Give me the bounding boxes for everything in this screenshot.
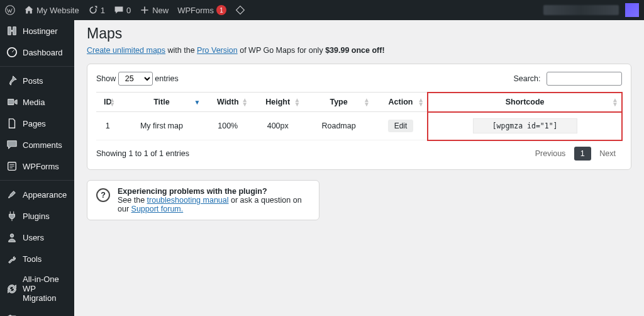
sidebar-item-users[interactable]: Users bbox=[0, 227, 74, 248]
pager-next-button[interactable]: Next bbox=[593, 147, 622, 161]
cell-width: 100% bbox=[204, 112, 252, 140]
admin-bar: My Website 1 0 New WPForms 1 bbox=[0, 0, 644, 20]
sidebar-item-media[interactable]: Media bbox=[0, 91, 74, 113]
wrench-icon bbox=[6, 253, 18, 264]
cell-height: 400px bbox=[252, 112, 304, 140]
wordpress-icon bbox=[5, 5, 15, 15]
col-height[interactable]: Height▲▼ bbox=[252, 93, 304, 112]
brush-icon bbox=[6, 189, 18, 200]
search-control: Search: bbox=[513, 72, 622, 86]
updates-count: 1 bbox=[101, 6, 105, 15]
pager-page-1-button[interactable]: 1 bbox=[574, 147, 591, 161]
table-info: Showing 1 to 1 of 1 entries bbox=[96, 149, 189, 158]
shortcode-value[interactable]: [wpgmza id="1"] bbox=[473, 118, 577, 133]
updates-menu[interactable]: 1 bbox=[88, 5, 105, 15]
wpforms-diamond[interactable] bbox=[235, 5, 245, 15]
page-icon bbox=[6, 118, 18, 129]
help-title: Experiencing problems with the plugin? bbox=[118, 187, 267, 196]
sidebar-item-pages[interactable]: Pages bbox=[0, 113, 74, 134]
sidebar-item-label: All-in-One WP Migration bbox=[23, 274, 68, 303]
comment-icon bbox=[6, 139, 18, 150]
new-label: New bbox=[152, 6, 169, 15]
svg-point-3 bbox=[10, 234, 13, 237]
wpforms-menu[interactable]: WPForms 1 bbox=[177, 5, 226, 15]
sidebar-item-label: Settings bbox=[23, 314, 52, 317]
help-support-forum-link[interactable]: Support forum. bbox=[131, 205, 184, 213]
cell-title: My first map bbox=[119, 112, 204, 140]
cell-type: Roadmap bbox=[304, 112, 373, 140]
promo-pro-link[interactable]: Pro Version bbox=[197, 46, 238, 55]
site-name: My Website bbox=[36, 6, 79, 15]
edit-button[interactable]: Edit bbox=[388, 120, 414, 132]
comment-icon bbox=[114, 5, 124, 15]
plug-icon bbox=[6, 210, 18, 222]
help-troubleshooting-link[interactable]: troubleshooting manual bbox=[147, 196, 229, 205]
pager-previous-button[interactable]: Previous bbox=[529, 147, 572, 161]
sidebar-item-dashboard[interactable]: Dashboard bbox=[0, 42, 74, 63]
update-icon bbox=[88, 5, 98, 15]
svg-point-0 bbox=[6, 6, 14, 14]
col-width[interactable]: Width▲▼ bbox=[204, 93, 252, 112]
promo-create-link[interactable]: Create unlimited maps bbox=[87, 46, 165, 55]
search-input[interactable] bbox=[547, 72, 622, 86]
entries-per-page-select[interactable]: 102550100 bbox=[118, 72, 153, 86]
sidebar-item-appearance[interactable]: Appearance bbox=[0, 184, 74, 205]
sliders-icon bbox=[6, 313, 18, 316]
comments-menu[interactable]: 0 bbox=[114, 5, 131, 15]
sidebar-item-label: Users bbox=[23, 233, 44, 242]
comments-count: 0 bbox=[126, 6, 131, 15]
sidebar-item-label: Comments bbox=[23, 140, 62, 150]
visit-site[interactable]: My Website bbox=[24, 5, 79, 15]
col-title[interactable]: Title▼ bbox=[119, 93, 204, 112]
table-header-row: ID▲▼ Title▼ Width▲▼ Height▲▼ Type▲▼ Acti… bbox=[96, 93, 622, 112]
sidebar-item-label: Plugins bbox=[23, 212, 50, 221]
main-content: Maps Create unlimited maps with the Pro … bbox=[74, 20, 644, 316]
maps-table: ID▲▼ Title▼ Width▲▼ Height▲▼ Type▲▼ Acti… bbox=[96, 92, 622, 140]
user-display-name bbox=[543, 5, 619, 15]
pin-icon bbox=[6, 75, 18, 86]
new-content-menu[interactable]: New bbox=[140, 5, 169, 15]
sidebar-item-label: WPForms bbox=[23, 162, 59, 171]
sidebar-item-plugins[interactable]: Plugins bbox=[0, 205, 74, 227]
question-icon: ? bbox=[96, 188, 110, 202]
user-account-menu[interactable] bbox=[543, 3, 639, 17]
wpforms-badge: 1 bbox=[216, 5, 226, 15]
migrate-icon bbox=[6, 283, 18, 295]
hostinger-icon bbox=[6, 25, 18, 37]
entries-control: Show 102550100 entries bbox=[96, 72, 179, 86]
promo-line: Create unlimited maps with the Pro Versi… bbox=[87, 46, 631, 55]
sidebar-item-hostinger[interactable]: Hostinger bbox=[0, 20, 74, 42]
media-icon bbox=[6, 96, 18, 108]
sidebar-item-settings[interactable]: Settings bbox=[0, 308, 74, 316]
form-icon bbox=[6, 161, 18, 172]
menu-separator bbox=[0, 180, 74, 181]
col-shortcode[interactable]: Shortcode▲▼ bbox=[428, 93, 622, 112]
page-title: Maps bbox=[87, 25, 631, 42]
sidebar-item-label: Media bbox=[23, 98, 45, 107]
dashboard-icon bbox=[6, 47, 18, 58]
menu-separator bbox=[0, 66, 74, 67]
home-icon bbox=[24, 5, 34, 15]
sidebar-item-comments[interactable]: Comments bbox=[0, 134, 74, 155]
plus-icon bbox=[140, 5, 150, 15]
sidebar-item-all-in-one-wp-migration[interactable]: All-in-One WP Migration bbox=[0, 269, 74, 308]
cell-id: 1 bbox=[96, 112, 119, 140]
sidebar-item-label: Dashboard bbox=[23, 48, 63, 57]
cell-shortcode: [wpgmza id="1"] bbox=[428, 112, 622, 140]
sidebar-item-label: Hostinger bbox=[23, 26, 58, 36]
admin-sidebar: HostingerDashboardPostsMediaPagesComment… bbox=[0, 20, 74, 316]
col-action[interactable]: Action▲▼ bbox=[374, 93, 428, 112]
sidebar-item-wpforms[interactable]: WPForms bbox=[0, 155, 74, 177]
avatar bbox=[625, 3, 639, 17]
table-pager: Previous 1 Next bbox=[529, 147, 622, 161]
sidebar-item-label: Posts bbox=[23, 76, 43, 86]
sidebar-item-tools[interactable]: Tools bbox=[0, 248, 74, 269]
wpforms-label: WPForms bbox=[177, 6, 214, 15]
user-icon bbox=[6, 232, 18, 243]
sidebar-item-label: Tools bbox=[23, 254, 42, 264]
maps-table-card: Show 102550100 entries Search: ID▲▼ Titl… bbox=[87, 64, 631, 170]
col-id[interactable]: ID▲▼ bbox=[96, 93, 119, 112]
col-type[interactable]: Type▲▼ bbox=[304, 93, 373, 112]
wp-logo-menu[interactable] bbox=[5, 5, 15, 15]
sidebar-item-posts[interactable]: Posts bbox=[0, 70, 74, 91]
